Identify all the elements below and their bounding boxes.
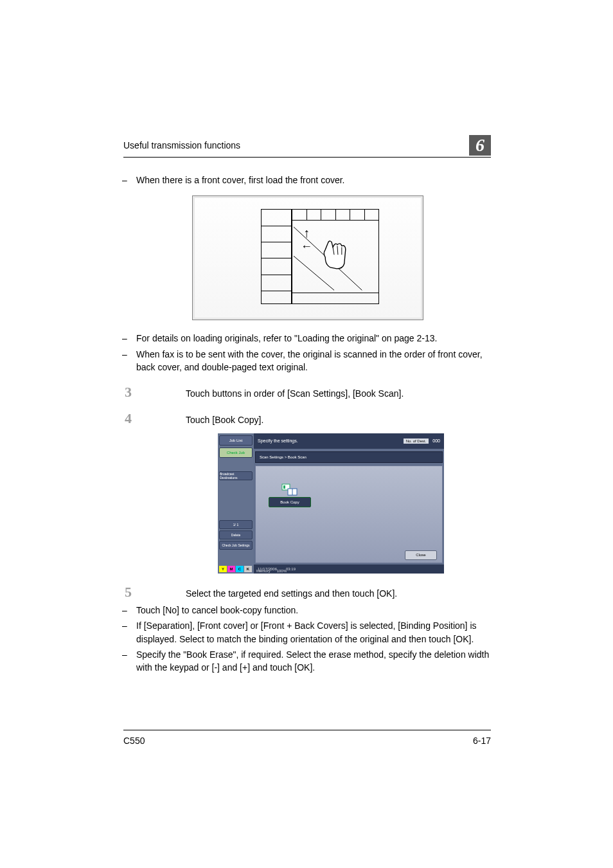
status-time: 03:19: [286, 567, 296, 571]
arrow-left-icon: ←: [301, 240, 312, 253]
adf-loading-illustration: ↑ ←: [192, 195, 423, 320]
memory-value: 100%: [277, 569, 287, 573]
screenshot-sidebar: Job List Check Job Broadcast Destination…: [218, 433, 254, 574]
footer-model: C550: [123, 736, 145, 746]
memory-label: Memory: [256, 569, 271, 573]
chapter-number-badge: 6: [469, 135, 491, 156]
list-item: –Specify the "Book Erase", if required. …: [122, 648, 491, 674]
document-page: Useful transmission functions 6 –When th…: [0, 0, 613, 868]
broadcast-destinations-button[interactable]: Broadcast Destinations: [219, 471, 253, 480]
screenshot-main-panel: Scan Settings > Book Scan Book Copy Clos…: [254, 449, 444, 565]
step-3: 3 Touch buttons in order of [Scan Settin…: [122, 385, 491, 400]
pager-indicator: 1/ 1: [219, 520, 253, 529]
intro-bullet-list: –When there is a front cover, first load…: [122, 174, 491, 186]
dash-icon: –: [122, 648, 136, 674]
step-text: Touch [Book Copy].: [186, 411, 491, 426]
step-5: 5 Select the targeted end settings and t…: [122, 585, 491, 600]
svg-rect-6: [283, 485, 285, 489]
step-4: 4 Touch [Book Copy].: [122, 411, 491, 426]
document-feeder-icon: [292, 209, 379, 303]
bottom-bullet-list: –Touch [No] to cancel book-copy function…: [122, 604, 491, 674]
book-copy-button[interactable]: Book Copy: [269, 483, 311, 507]
mid-bullet-list: –For details on loading originals, refer…: [122, 332, 491, 374]
dash-icon: –: [122, 332, 136, 345]
dash-icon: –: [122, 604, 136, 617]
body-content: –When there is a front cover, first load…: [122, 174, 491, 674]
step-text: Select the targeted end settings and the…: [186, 585, 491, 600]
dest-count-value: 000: [432, 439, 440, 443]
list-item: –For details on loading originals, refer…: [122, 332, 491, 345]
list-item: –Touch [No] to cancel book-copy function…: [122, 604, 491, 617]
footer-page-number: 6-17: [473, 736, 491, 746]
header-title: Useful transmission functions: [123, 140, 240, 150]
dest-count-label: No. of Dest.: [404, 439, 429, 444]
screenshot-instruction-bar: Specify the settings. No. of Dest. 000: [254, 433, 444, 449]
check-job-tab[interactable]: Check Job: [219, 448, 253, 458]
dash-icon: –: [122, 619, 136, 646]
list-item: –When fax is to be sent with the cover, …: [122, 348, 491, 374]
step-number: 4: [122, 411, 186, 426]
check-job-settings-button[interactable]: Check Job Settings: [219, 541, 253, 550]
toner-level-icon: Y M C K: [219, 566, 252, 572]
delete-button[interactable]: Delete: [219, 530, 253, 539]
book-copy-label: Book Copy: [269, 497, 311, 507]
close-button[interactable]: Close: [405, 550, 437, 560]
job-list-tab[interactable]: Job List: [219, 435, 253, 446]
arrow-up-icon: ↑: [303, 226, 310, 240]
list-item: –When there is a front cover, first load…: [122, 174, 491, 186]
step-text: Touch buttons in order of [Scan Settings…: [186, 385, 491, 400]
dash-icon: –: [122, 348, 136, 374]
step-number: 3: [122, 385, 186, 400]
page-footer: C550 6-17: [123, 730, 491, 746]
dash-icon: –: [122, 174, 136, 186]
mfp-touchscreen-screenshot: Job List Check Job Broadcast Destination…: [218, 433, 444, 574]
running-header: Useful transmission functions 6: [123, 135, 491, 158]
breadcrumb: Scan Settings > Book Scan: [255, 451, 443, 463]
step-number: 5: [122, 585, 186, 600]
list-item: –If [Separation], [Front cover] or [Fron…: [122, 619, 491, 646]
book-copy-icon: [269, 483, 311, 497]
paper-stack-icon: [261, 209, 292, 304]
instruction-text: Specify the settings.: [258, 439, 298, 443]
